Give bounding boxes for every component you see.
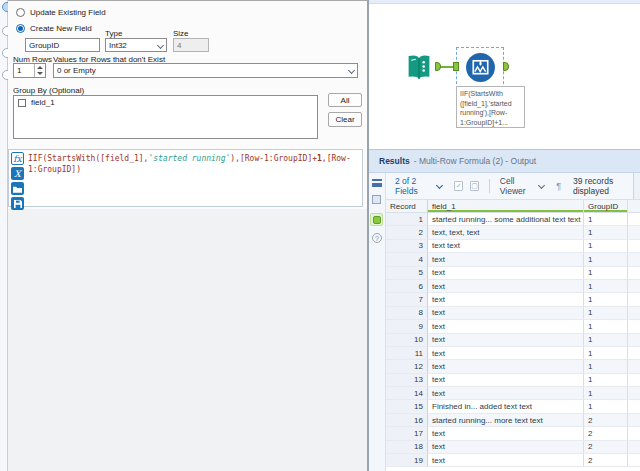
field-1-cell[interactable]: started running... some additional text …: [428, 213, 584, 226]
output-anchor-tab[interactable]: [370, 213, 383, 226]
field-1-cell[interactable]: text: [428, 441, 584, 454]
groupid-cell[interactable]: 1: [584, 213, 628, 226]
groupid-cell[interactable]: 2: [584, 441, 628, 454]
clear-button[interactable]: Clear: [328, 112, 362, 127]
record-cell[interactable]: 4: [386, 253, 428, 266]
group-by-listbox[interactable]: field_1: [13, 95, 318, 139]
field-1-cell[interactable]: text: [428, 307, 584, 320]
field-1-cell[interactable]: text: [428, 360, 584, 373]
fields-dropdown[interactable]: 2 of 2 Fields: [395, 176, 442, 196]
field-1-cell[interactable]: text: [428, 454, 584, 467]
groupid-cell[interactable]: 1: [584, 240, 628, 253]
table-row[interactable]: 5text1: [386, 267, 640, 280]
groupid-cell[interactable]: 1: [584, 374, 628, 387]
table-row[interactable]: 12text1: [386, 360, 640, 373]
groupid-cell[interactable]: 1: [584, 293, 628, 306]
table-row[interactable]: 6text1: [386, 280, 640, 293]
record-cell[interactable]: 7: [386, 293, 428, 306]
field-1-cell[interactable]: text: [428, 293, 584, 306]
save-expression-icon[interactable]: [11, 197, 24, 210]
table-row[interactable]: 7text1: [386, 293, 640, 306]
multi-row-input-anchor[interactable]: [453, 62, 459, 71]
groupid-cell[interactable]: 1: [584, 360, 628, 373]
table-row[interactable]: 16started running... more text text2: [386, 414, 640, 427]
table-row[interactable]: 13text1: [386, 374, 640, 387]
checkbox-icon[interactable]: [18, 99, 26, 107]
record-cell[interactable]: 5: [386, 267, 428, 280]
record-cell[interactable]: 19: [386, 454, 428, 467]
table-row[interactable]: 17text2: [386, 427, 640, 440]
record-cell[interactable]: 6: [386, 280, 428, 293]
record-cell[interactable]: 16: [386, 414, 428, 427]
groupid-cell[interactable]: 2: [584, 427, 628, 440]
new-window-icon[interactable]: ▢: [470, 181, 479, 191]
field-1-cell[interactable]: text, text, text: [428, 226, 584, 239]
record-cell[interactable]: 10: [386, 334, 428, 347]
record-cell[interactable]: 9: [386, 320, 428, 333]
groupid-cell[interactable]: 1: [584, 387, 628, 400]
group-by-item-field-1[interactable]: field_1: [14, 96, 317, 109]
groupid-cell[interactable]: 1: [584, 280, 628, 293]
field-1-cell[interactable]: Finished in... added text text: [428, 400, 584, 413]
table-row[interactable]: 1started running... some additional text…: [386, 213, 640, 226]
table-row[interactable]: 10text1: [386, 334, 640, 347]
multi-row-formula-tool-icon[interactable]: [464, 51, 497, 84]
table-row[interactable]: 19text2: [386, 454, 640, 467]
record-cell[interactable]: 2: [386, 226, 428, 239]
field-1-cell[interactable]: text: [428, 320, 584, 333]
help-icon[interactable]: ?: [372, 233, 382, 243]
table-row[interactable]: 4text1: [386, 253, 640, 266]
tool-annotation[interactable]: IIF(StartsWith ([field_1],'started runni…: [456, 86, 525, 128]
table-row[interactable]: 8text1: [386, 307, 640, 320]
layout-icon[interactable]: [372, 195, 381, 204]
field-1-cell[interactable]: text: [428, 374, 584, 387]
values-for-rows-dropdown[interactable]: 0 or Empty: [53, 63, 358, 78]
table-row[interactable]: 18text2: [386, 441, 640, 454]
record-cell[interactable]: 13: [386, 374, 428, 387]
open-expression-icon[interactable]: [11, 182, 24, 195]
function-fx-icon[interactable]: fx: [11, 152, 24, 165]
workflow-canvas[interactable]: IIF(StartsWith ([field_1],'started runni…: [369, 0, 640, 149]
field-1-cell[interactable]: text: [428, 267, 584, 280]
radio-icon-selected[interactable]: [16, 24, 25, 33]
field-1-cell[interactable]: text: [428, 280, 584, 293]
radio-update-existing-field[interactable]: Update Existing Field: [16, 8, 106, 17]
groupid-cell[interactable]: 1: [584, 307, 628, 320]
radio-create-new-field[interactable]: Create New Field: [16, 24, 92, 33]
record-cell[interactable]: 15: [386, 400, 428, 413]
field-1-cell[interactable]: started running... more text text: [428, 414, 584, 427]
record-cell[interactable]: 12: [386, 360, 428, 373]
type-dropdown[interactable]: Int32: [105, 38, 167, 52]
groupid-cell[interactable]: 1: [584, 347, 628, 360]
groupid-cell[interactable]: 1: [584, 320, 628, 333]
groupid-cell[interactable]: 2: [584, 414, 628, 427]
radio-icon[interactable]: [16, 8, 25, 17]
groupid-cell[interactable]: 2: [584, 454, 628, 467]
groupid-cell[interactable]: 1: [584, 226, 628, 239]
table-row[interactable]: 11text1: [386, 347, 640, 360]
text-input-tool-icon[interactable]: [404, 54, 434, 81]
formula-expression-text[interactable]: IIF(StartsWith([field_1],'started runnin…: [28, 153, 358, 204]
all-button[interactable]: All: [328, 93, 362, 107]
table-row[interactable]: 3text text1: [386, 240, 640, 253]
select-fields-icon[interactable]: ✓: [454, 181, 463, 191]
table-row[interactable]: 15Finished in... added text text1: [386, 400, 640, 413]
field-1-cell[interactable]: text: [428, 387, 584, 400]
record-cell[interactable]: 3: [386, 240, 428, 253]
formula-editor[interactable]: fx X IIF(StartsWith([field_1],'started r…: [8, 149, 363, 207]
field-1-cell[interactable]: text: [428, 253, 584, 266]
num-rows-stepper[interactable]: 1: [13, 63, 46, 78]
column-header-record[interactable]: Record: [386, 200, 428, 213]
record-cell[interactable]: 17: [386, 427, 428, 440]
groupid-cell[interactable]: 1: [584, 334, 628, 347]
record-cell[interactable]: 14: [386, 387, 428, 400]
table-row[interactable]: 14text1: [386, 387, 640, 400]
multi-row-output-anchor[interactable]: [503, 62, 509, 71]
column-header-field-1[interactable]: field_1: [428, 200, 584, 213]
whitespace-toggle-icon[interactable]: ¶: [556, 181, 561, 191]
stepper-arrows[interactable]: [34, 64, 45, 77]
record-cell[interactable]: 18: [386, 441, 428, 454]
record-cell[interactable]: 1: [386, 213, 428, 226]
cell-viewer-dropdown[interactable]: Cell Viewer: [500, 176, 544, 196]
record-cell[interactable]: 11: [386, 347, 428, 360]
